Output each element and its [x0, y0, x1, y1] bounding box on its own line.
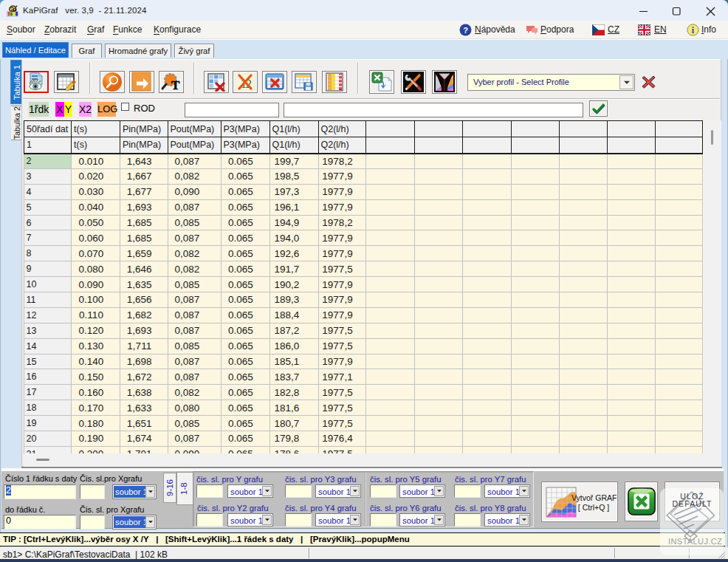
- svg-text:?: ?: [463, 26, 468, 35]
- svg-text:T: T: [171, 78, 180, 92]
